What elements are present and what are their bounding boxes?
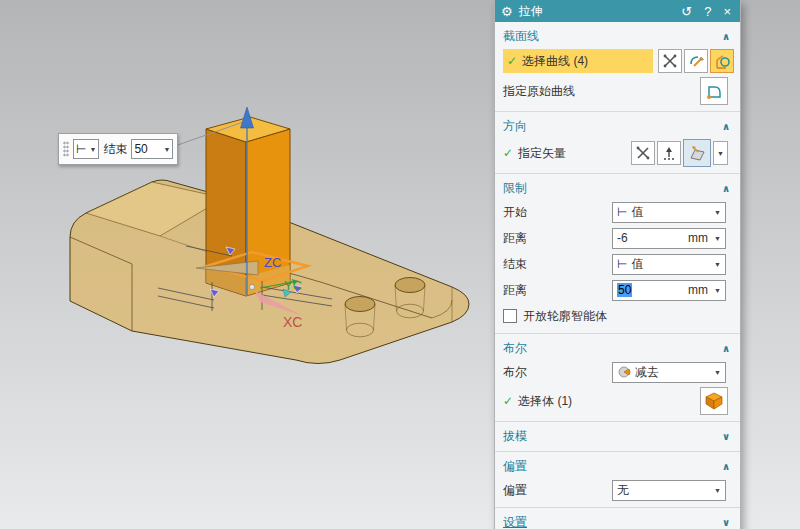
unit-label: mm xyxy=(688,283,710,297)
boolean-label: 布尔 xyxy=(503,364,527,381)
zc-axis-label: ZC xyxy=(264,255,281,270)
end-label: 结束 xyxy=(503,256,527,273)
end-distance-label: 距离 xyxy=(503,282,527,299)
dialog-gear-icon: ⚙ xyxy=(501,4,513,19)
start-distance-input[interactable]: -6 mm ▼ xyxy=(612,228,726,249)
chevron-down-icon: ▼ xyxy=(89,146,96,153)
xc-axis-label: XC xyxy=(283,314,302,330)
face-normal-vector-button[interactable] xyxy=(683,139,711,167)
offset-dropdown[interactable]: 无 ▼ xyxy=(612,480,726,501)
collapse-up-icon[interactable]: ∧ xyxy=(722,31,732,42)
subtract-icon xyxy=(617,365,631,379)
specify-vector-label: 指定矢量 xyxy=(518,145,566,162)
deselect-button[interactable] xyxy=(658,49,682,73)
section-line-group: 截面线 ∧ ✓ 选择曲线 (4) xyxy=(495,22,740,112)
dialog-title: 拉伸 xyxy=(519,3,673,20)
check-icon: ✓ xyxy=(507,54,517,68)
boolean-header[interactable]: 布尔 ∧ xyxy=(495,336,740,359)
curve-rule-button[interactable] xyxy=(684,49,708,73)
solid-body-cube-icon xyxy=(704,391,724,411)
value-constraint-icon: ⊢ xyxy=(76,142,86,156)
collapse-up-icon[interactable]: ∧ xyxy=(722,121,732,132)
csys-origin-ball xyxy=(249,284,254,289)
boolean-group: 布尔 ∧ 布尔 减去 ▼ ✓ 选择体 (1) xyxy=(495,334,740,422)
crossed-arrows-icon xyxy=(662,53,678,69)
settings-group: 设置 ∨ ✓ 预览 显示结果 ▲ xyxy=(495,508,740,529)
direction-header[interactable]: 方向 ∧ xyxy=(495,114,740,137)
start-label: 开始 xyxy=(503,204,527,221)
select-body-label: 选择体 (1) xyxy=(518,393,572,410)
draft-header[interactable]: 拔模 ∨ xyxy=(495,424,740,447)
yc-axis-label: YC xyxy=(284,278,302,293)
value-constraint-icon: ⊢ xyxy=(617,205,627,219)
chevron-down-icon: ▼ xyxy=(714,209,721,216)
chevron-down-icon: ▼ xyxy=(163,146,170,153)
curve-button[interactable] xyxy=(710,49,734,73)
reset-icon[interactable]: ↺ xyxy=(678,5,695,18)
toolbar-grip-handle[interactable] xyxy=(63,141,69,157)
vector-dropdown-button[interactable]: ▼ xyxy=(713,141,728,165)
chevron-down-icon: ▼ xyxy=(717,150,724,157)
limits-header[interactable]: 限制 ∧ xyxy=(495,176,740,199)
chevron-down-icon: ▼ xyxy=(714,235,721,242)
value-constraint-icon: ⊢ xyxy=(617,257,627,271)
direction-group: 方向 ∧ ✓ 指定矢量 xyxy=(495,112,740,174)
settings-header[interactable]: 设置 ∨ xyxy=(495,510,740,529)
crossed-arrows-icon xyxy=(635,145,651,161)
unit-label: mm xyxy=(688,231,710,245)
check-icon: ✓ xyxy=(503,146,513,160)
open-profile-checkbox[interactable] xyxy=(503,309,517,323)
check-icon: ✓ xyxy=(503,394,513,408)
application-window: ZC YC XC ⊢ ▼ 结束 50 ▼ ⚙ 拉伸 ↺ ? × 截面线 ∧ ✓ xyxy=(0,0,800,529)
boolean-dropdown[interactable]: 减去 ▼ xyxy=(612,362,726,383)
help-icon[interactable]: ? xyxy=(701,5,714,18)
section-line-header[interactable]: 截面线 ∧ xyxy=(495,24,740,47)
limits-group: 限制 ∧ 开始 ⊢ 值 ▼ 距离 -6 mm ▼ 结束 ⊢ 值 ▼ xyxy=(495,174,740,334)
end-distance-input[interactable]: 50 mm ▼ xyxy=(612,280,726,301)
open-profile-label: 开放轮廓智能体 xyxy=(523,308,607,325)
end-type-dropdown[interactable]: ⊢ 值 ▼ xyxy=(612,254,726,275)
select-curve-label: 选择曲线 (4) xyxy=(522,53,588,70)
chevron-down-icon: ▼ xyxy=(714,261,721,268)
origin-curve-button[interactable] xyxy=(700,77,728,105)
inferred-vector-icon xyxy=(661,145,677,161)
stop-edit-icon xyxy=(688,53,704,69)
selected-text: 50 xyxy=(617,283,632,297)
limit-type-dropdown[interactable]: ⊢ ▼ xyxy=(73,139,99,159)
corner-curve-icon xyxy=(704,81,724,101)
offset-header[interactable]: 偏置 ∧ xyxy=(495,454,740,477)
collapse-down-icon[interactable]: ∨ xyxy=(722,517,732,528)
collapse-up-icon[interactable]: ∧ xyxy=(722,461,732,472)
curve-icon xyxy=(714,53,731,70)
end-distance-input[interactable]: 50 ▼ xyxy=(131,139,173,159)
end-label: 结束 xyxy=(103,141,127,158)
plane-normal-icon xyxy=(687,143,707,163)
inferred-vector-button[interactable] xyxy=(657,141,681,165)
collapse-up-icon[interactable]: ∧ xyxy=(722,183,732,194)
offset-group: 偏置 ∧ 偏置 无 ▼ xyxy=(495,452,740,508)
close-icon[interactable]: × xyxy=(720,5,734,18)
offset-label: 偏置 xyxy=(503,482,527,499)
select-curve-field[interactable]: ✓ 选择曲线 (4) xyxy=(503,49,653,73)
collapse-up-icon[interactable]: ∧ xyxy=(722,343,732,354)
specify-origin-curve-label: 指定原始曲线 xyxy=(503,83,575,100)
chevron-down-icon: ▼ xyxy=(714,369,721,376)
draft-group: 拔模 ∨ xyxy=(495,422,740,452)
onscreen-distance-toolbar[interactable]: ⊢ ▼ 结束 50 ▼ xyxy=(58,133,178,165)
extrude-dialog: ⚙ 拉伸 ↺ ? × 截面线 ∧ ✓ 选择曲线 (4) xyxy=(494,0,741,529)
dialog-titlebar[interactable]: ⚙ 拉伸 ↺ ? × xyxy=(495,0,740,22)
collapse-down-icon[interactable]: ∨ xyxy=(722,431,732,442)
chevron-down-icon: ▼ xyxy=(714,487,721,494)
start-type-dropdown[interactable]: ⊢ 值 ▼ xyxy=(612,202,726,223)
select-body-button[interactable] xyxy=(700,387,728,415)
vector-deselect-button[interactable] xyxy=(631,141,655,165)
start-distance-label: 距离 xyxy=(503,230,527,247)
chevron-down-icon: ▼ xyxy=(714,287,721,294)
